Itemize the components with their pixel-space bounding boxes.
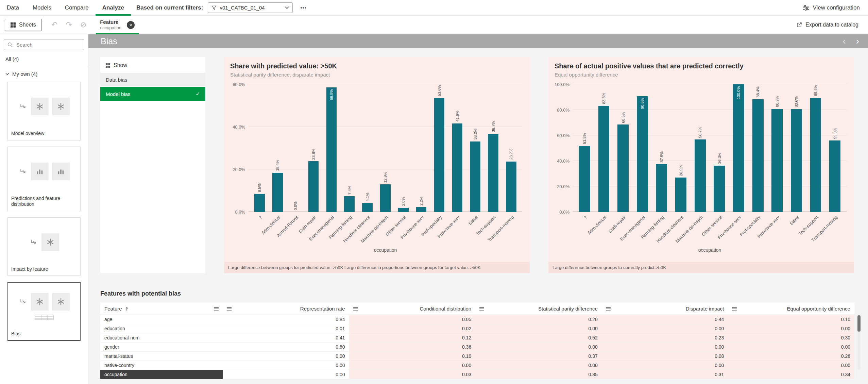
bar-adm-clerical[interactable]: 83.3% — [598, 106, 610, 212]
table-row-native-country[interactable]: native-country0.000.000.000.000.00 — [100, 361, 854, 370]
table-row-education[interactable]: education0.010.020.000.000.00 — [100, 324, 854, 333]
top-navigation: DataModelsCompareAnalyze Based on curren… — [0, 0, 868, 16]
export-data-button[interactable]: Export data to catalog — [795, 21, 861, 28]
bar-priv-house-serv[interactable]: 100.0% — [733, 84, 744, 212]
selections-forward-icon[interactable]: ↷ — [66, 20, 72, 29]
nav-tab-analyze[interactable]: Analyze — [96, 0, 131, 16]
show-item-model-bias[interactable]: Model bias✓ — [100, 87, 205, 101]
bar-slot: 2.2% — [412, 84, 430, 212]
bar-handlers-cleaners[interactable]: 4.1% — [362, 203, 373, 212]
filter-dropdown[interactable]: v01_CATBC_01_04 — [208, 2, 293, 13]
bar-other-service[interactable]: 36.3% — [714, 166, 725, 212]
sheet-card-predictions-and-feature-distribution[interactable]: Predictions and feature distribution — [7, 147, 81, 211]
chart-footer-note: Large difference between groups for pred… — [224, 262, 530, 273]
value-cell: 0.10 — [349, 352, 476, 361]
grid-icon — [11, 314, 78, 321]
column-menu-icon[interactable] — [214, 307, 219, 311]
search-input[interactable] — [16, 41, 81, 48]
column-menu-icon[interactable] — [732, 307, 737, 311]
chevron-left-icon[interactable]: ‹ — [843, 36, 846, 46]
bar-exec-managerial[interactable]: 58.5% — [326, 87, 337, 212]
bar-slot: 0.0% — [287, 84, 305, 212]
value-cell: 0.10 — [728, 315, 854, 324]
bar-farming-fishing[interactable]: 7.4% — [344, 196, 355, 212]
close-tab-icon[interactable]: × — [127, 21, 135, 29]
bar-handlers-cleaners[interactable]: 26.9% — [675, 178, 686, 212]
bar-priv-house-serv[interactable]: 2.2% — [416, 207, 427, 212]
bar-transport-moving[interactable]: 23.7% — [506, 162, 516, 212]
column-header-conditional-distribution[interactable]: Conditional distribution — [349, 306, 476, 312]
column-menu-icon[interactable] — [227, 307, 232, 311]
column-header-feature[interactable]: Feature — [100, 306, 223, 312]
column-header-statistical-parity-difference[interactable]: Statistical parity difference — [475, 306, 602, 312]
bar-value-label: 36.7% — [491, 121, 495, 132]
bar-value-label: 26.9% — [679, 165, 683, 176]
feature-cell[interactable]: educational-num — [100, 333, 223, 342]
bar-value-label: 80.9% — [775, 96, 779, 107]
bar-craft-repair[interactable]: 23.8% — [308, 161, 319, 212]
bar-value-label: 89.4% — [814, 85, 818, 96]
bar-[interactable]: 51.8% — [579, 146, 590, 212]
bar-craft-repair[interactable]: 68.5% — [617, 124, 629, 212]
feature-cell[interactable]: occupation — [100, 370, 223, 379]
bar-tech-support[interactable]: 36.7% — [488, 134, 498, 212]
column-menu-icon[interactable] — [479, 307, 484, 311]
scrollbar-thumb[interactable] — [857, 315, 861, 332]
bar-sales[interactable]: 33.2% — [470, 141, 480, 212]
feature-cell[interactable]: marital-status — [100, 352, 223, 361]
tab-feature-occupation[interactable]: Feature occupation × — [96, 16, 139, 34]
value-cell: 0.00 — [728, 343, 854, 351]
table-scrollbar[interactable] — [857, 315, 861, 370]
value-cell: 0.00 — [728, 324, 854, 333]
bar-protective-serv[interactable]: 41.6% — [452, 123, 463, 212]
column-header-representation-rate[interactable]: Representation rate — [223, 306, 349, 312]
selections-back-icon[interactable]: ↶ — [51, 20, 57, 29]
bar-machine-op-inspct[interactable]: 56.7% — [695, 139, 706, 212]
group-my-own[interactable]: My own (4) — [5, 71, 83, 77]
column-header-equal-opportunity-difference[interactable]: Equal opportunity difference — [728, 306, 854, 312]
feature-cell[interactable]: native-country — [100, 361, 223, 370]
column-menu-icon[interactable] — [606, 307, 611, 311]
bar-value-label: 2.0% — [401, 197, 405, 206]
column-menu-icon[interactable] — [353, 307, 358, 311]
sheet-card-bias[interactable]: Bias — [7, 282, 81, 341]
clear-selections-icon[interactable]: ⊘ — [80, 20, 86, 29]
bar-transport-moving[interactable]: 55.9% — [829, 140, 840, 212]
bar-exec-managerial[interactable]: 90.6% — [637, 96, 648, 212]
table-row-marital-status[interactable]: marital-status0.000.100.370.080.26 — [100, 352, 854, 361]
feature-cell[interactable]: gender — [100, 343, 223, 351]
bar-slot: 41.6% — [448, 84, 466, 212]
bar-prof-specialty[interactable]: 53.6% — [434, 98, 445, 212]
bar-prof-specialty[interactable]: 88.4% — [752, 99, 764, 212]
bar-other-service[interactable]: 2.0% — [398, 208, 409, 212]
sheets-button[interactable]: Sheets — [5, 19, 42, 31]
table-row-gender[interactable]: gender0.500.360.000.000.00 — [100, 343, 854, 352]
feature-cell[interactable]: age — [100, 315, 223, 324]
bar-farming-fishing[interactable]: 37.5% — [656, 164, 667, 212]
bar-series: 8.5%18.4%0.0%23.8%58.5%7.4%4.1%12.9%2.0%… — [249, 84, 522, 212]
bar-protective-serv[interactable]: 80.9% — [771, 109, 783, 212]
table-row-occupation[interactable]: occupation0.000.030.350.310.34 — [100, 370, 854, 379]
sheet-card-impact-by-feature[interactable]: Impact by feature — [7, 217, 81, 276]
sheet-card-model-overview[interactable]: Model overview — [7, 82, 81, 140]
table-row-educational-num[interactable]: educational-num0.410.120.520.230.30 — [100, 333, 854, 343]
value-cell: 0.05 — [349, 315, 476, 324]
more-options-button[interactable]: ••• — [298, 4, 309, 11]
sort-ascending-icon[interactable] — [125, 307, 129, 311]
bar-slot: 58.5% — [322, 84, 340, 212]
show-item-data-bias[interactable]: Data bias — [100, 73, 205, 86]
nav-tab-data[interactable]: Data — [0, 0, 26, 16]
column-header-disparate-impact[interactable]: Disparate impact — [602, 306, 728, 312]
chevron-right-icon[interactable]: › — [856, 36, 859, 46]
bar-slot: 36.3% — [710, 84, 729, 212]
feature-cell[interactable]: education — [100, 324, 223, 333]
table-row-age[interactable]: age0.840.050.200.440.10 — [100, 315, 854, 324]
bar-[interactable]: 8.5% — [254, 194, 265, 212]
nav-tab-compare[interactable]: Compare — [58, 0, 96, 16]
view-configuration-button[interactable]: View configuration — [801, 4, 862, 12]
nav-tab-models[interactable]: Models — [26, 0, 58, 16]
bar-sales[interactable]: 80.6% — [791, 109, 802, 212]
bar-tech-support[interactable]: 89.4% — [810, 98, 821, 212]
bar-adm-clerical[interactable]: 18.4% — [272, 173, 283, 212]
bar-machine-op-inspct[interactable]: 12.9% — [380, 184, 391, 212]
